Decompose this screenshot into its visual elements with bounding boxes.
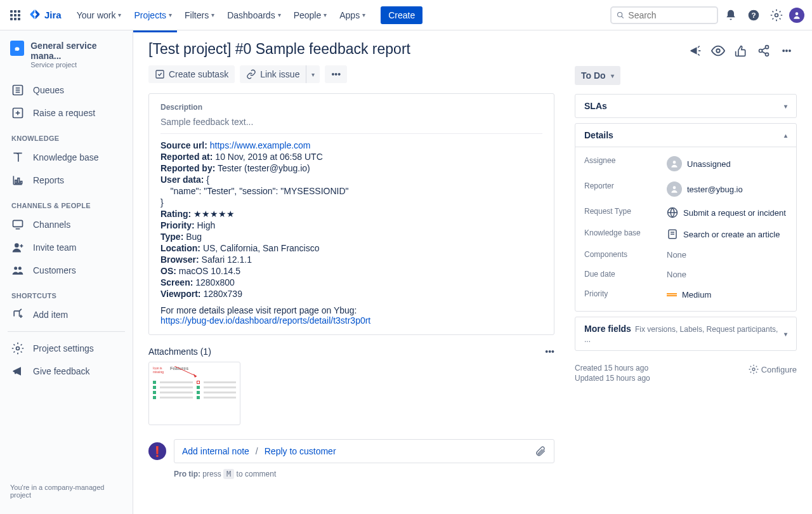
sidebar-item-raise[interactable]: Raise a request [5,102,128,124]
attachments-more-button[interactable]: ••• [545,346,554,357]
details-header[interactable]: Details▴ [575,124,796,147]
vote-icon[interactable] [731,41,751,61]
source-url-link[interactable]: https://www.example.com [210,140,311,150]
nav-people[interactable]: People▾ [289,6,332,24]
monitor-icon [11,218,24,231]
sidebar-item-channels[interactable]: Channels [5,213,128,236]
svg-rect-16 [18,178,20,183]
avatar-icon [667,156,682,171]
project-type: Service project [30,61,122,69]
group-icon [11,264,24,277]
link-issue-dropdown[interactable]: ▾ [306,65,320,83]
chevron-down-icon: ▾ [611,72,614,79]
svg-line-40 [762,51,766,53]
megaphone-icon [11,365,24,378]
addlink-icon [11,308,24,321]
due-date-field[interactable]: None [667,270,686,279]
share-icon[interactable] [754,41,774,61]
more-fields-panel[interactable]: More fieldsFix versions, Labels, Request… [575,317,797,351]
svg-rect-17 [20,181,22,183]
attach-icon[interactable] [535,445,546,457]
nav-filters[interactable]: Filters▾ [180,6,219,24]
project-sidebar: General service mana... Service project … [0,30,133,514]
section-channels: CHANNELS & PEOPLE [5,192,128,213]
profile-avatar[interactable] [789,8,804,23]
status-button[interactable]: To Do▾ [575,66,620,85]
section-knowledge: KNOWLEDGE [5,124,128,146]
comment-box[interactable]: Add internal note / Reply to customer [174,439,554,463]
attachments-title: Attachments (1) [148,346,211,357]
sidebar-item-kb[interactable]: Knowledge base [5,146,128,169]
sidebar-item-settings[interactable]: Project settings [5,337,128,360]
request-type-field[interactable]: Submit a request or incident [667,207,786,218]
section-shortcuts: SHORTCUTS [5,282,128,303]
reply-customer-link[interactable]: Reply to customer [265,446,336,456]
nav-projects[interactable]: Projects▾ [129,6,177,24]
created-timestamp: Created 15 hours ago [575,364,650,372]
sidebar-item-invite[interactable]: Invite team [5,236,128,259]
add-internal-note-link[interactable]: Add internal note [182,446,249,456]
global-header: Jira Your work▾ Projects▾ Filters▾ Dashb… [0,0,812,30]
queues-icon [11,84,24,96]
configure-link[interactable]: Configure [749,364,797,374]
watch-icon[interactable] [708,41,728,61]
svg-line-39 [762,48,766,49]
kb-field[interactable]: Search or create an article [667,228,780,240]
gear-icon [11,342,24,355]
project-icon [10,41,24,56]
nav-dashboards[interactable]: Dashboards▾ [222,6,286,24]
priority-field[interactable]: Medium [667,289,711,300]
components-field[interactable]: None [667,250,686,260]
svg-marker-31 [193,374,197,378]
raise-icon [11,107,24,119]
assignee-field[interactable]: Unassigned [667,156,731,171]
svg-line-1 [622,16,624,18]
svg-line-32 [698,46,700,48]
sidebar-item-additem[interactable]: Add item [5,303,128,326]
sidebar-item-queues[interactable]: Queues [5,79,128,102]
slas-panel[interactable]: SLAs▾ [575,94,797,118]
avatar-icon [667,181,682,197]
search-input[interactable] [628,10,712,20]
sidebar-footer: You're in a company-managed project [5,478,128,504]
svg-point-20 [15,243,19,247]
create-subtask-button[interactable]: Create subtask [148,65,235,83]
svg-line-34 [698,54,700,56]
create-button[interactable]: Create [381,6,422,24]
svg-point-5 [796,12,799,15]
reporter-field[interactable]: tester@ybug.io [667,181,743,197]
svg-point-4 [775,13,778,16]
project-header[interactable]: General service mana... Service project [5,41,128,79]
link-issue-button[interactable]: Link issue [240,65,306,83]
svg-point-38 [766,53,769,56]
sidebar-item-customers[interactable]: Customers [5,259,128,282]
description-intro: Sample feedback text... [160,117,542,134]
feedback-icon[interactable] [685,41,705,61]
svg-point-37 [759,49,763,53]
notifications-icon[interactable] [721,5,741,25]
svg-line-25 [20,309,22,311]
search-box[interactable] [610,6,718,24]
adduser-icon [11,241,24,254]
settings-icon[interactable] [766,5,787,25]
svg-point-24 [18,267,22,270]
description-heading: Description [160,103,542,112]
gear-icon [749,364,759,374]
more-actions-button[interactable]: ••• [325,65,347,83]
nav-your-work[interactable]: Your work▾ [72,6,127,24]
attachment-thumbnail[interactable]: Icon ismissing Features [148,362,240,425]
project-name: General service mana... [30,41,122,61]
sidebar-item-feedback[interactable]: Give feedback [5,360,128,383]
report-link[interactable]: https://ybug-dev.io/dashboard/reports/de… [160,315,370,326]
jira-logo[interactable]: Jira [28,8,62,22]
book-icon [11,151,24,164]
nav-apps[interactable]: Apps▾ [334,6,370,24]
priority-medium-icon [667,289,677,300]
actions-menu-icon[interactable]: ••• [776,41,797,61]
app-switcher-icon[interactable] [8,8,23,23]
sidebar-item-reports[interactable]: Reports [5,169,128,192]
help-icon[interactable]: ? [743,5,764,25]
description-panel: Description Sample feedback text... Sour… [148,93,554,335]
article-icon [667,228,678,240]
svg-point-35 [716,49,720,53]
